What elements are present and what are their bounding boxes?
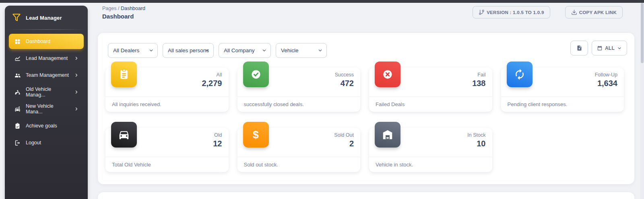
funnel-icon xyxy=(11,12,22,23)
copy-apk-link-label: COPY APK LINK xyxy=(579,10,617,15)
chevron-down-icon xyxy=(318,48,323,53)
date-range-button[interactable]: ALL xyxy=(592,41,627,55)
sidebar-item-label: Achieve goals xyxy=(26,123,57,129)
stat-footer: Pending client responses. xyxy=(501,96,624,112)
stat-footer: All inquiries received. xyxy=(105,96,229,112)
sidebar-item-label: New Vehicle Mana... xyxy=(26,103,69,115)
sidebar-item-new-vehicle-management[interactable]: New Vehicle Mana... xyxy=(9,101,84,117)
breadcrumb-root[interactable]: Pages xyxy=(102,6,116,11)
next-section-panel xyxy=(98,192,634,199)
page-scrollbar[interactable] xyxy=(640,3,644,199)
sidebar-item-old-vehicle-management[interactable]: Old Vehicle Manag... xyxy=(9,84,84,100)
filters-row: All Dealers All sales persons All Compan… xyxy=(108,43,327,58)
chevron-right-icon xyxy=(74,73,79,78)
company-select[interactable]: All Company xyxy=(219,43,271,58)
sidebar-item-logout[interactable]: Logout xyxy=(9,135,84,150)
sidebar-item-achieve-goals[interactable]: Achieve goals xyxy=(9,118,84,133)
stat-card-success: Success 472 successfully closed deals. xyxy=(237,68,361,112)
stat-value: 1,634 xyxy=(595,79,617,88)
chevron-right-icon xyxy=(74,56,79,61)
stat-footer: Vehicle in stock. xyxy=(369,157,492,172)
chevron-right-icon xyxy=(74,107,79,111)
dollar-icon: $ xyxy=(243,122,269,148)
stat-footer: Failed Deals xyxy=(369,96,492,112)
garage-icon xyxy=(375,122,400,148)
stat-label: Success xyxy=(335,72,354,78)
file-icon xyxy=(576,45,582,51)
brand: Lead Manager xyxy=(5,6,88,29)
chevron-down-icon xyxy=(204,48,210,53)
stat-label: Sold Out xyxy=(334,132,354,138)
version-button[interactable]: VERSION : 1.0.5 TO 1.0.9 xyxy=(473,6,550,18)
breadcrumb-current: Dashboard xyxy=(121,6,145,11)
copy-apk-link-button[interactable]: COPY APK LINK xyxy=(565,6,623,18)
sidebar-item-label: Lead Management xyxy=(26,55,68,61)
chevron-down-icon xyxy=(149,48,154,53)
line-chart-icon xyxy=(14,55,21,62)
stat-value: 138 xyxy=(472,79,485,88)
sidebar: Lead Manager Dashboard Lead Management xyxy=(5,6,88,199)
report-file-button[interactable] xyxy=(570,41,588,55)
stat-label: Old xyxy=(213,132,222,138)
sync-icon xyxy=(507,62,533,87)
x-circle-icon xyxy=(375,62,400,87)
clipboard-icon xyxy=(111,62,137,87)
sidebar-item-label: Logout xyxy=(26,140,41,146)
stat-label: All xyxy=(202,72,222,78)
breadcrumb-separator: / xyxy=(118,6,119,11)
sales-persons-select[interactable]: All sales persons xyxy=(163,43,214,58)
date-range-label: ALL xyxy=(605,45,615,51)
stat-card-sold-out: $ Sold Out 2 Sold out stock. xyxy=(237,128,361,172)
stat-value: 2,279 xyxy=(202,79,222,88)
stat-footer: Total Old Vehicle xyxy=(105,157,229,172)
clipboard-check-icon xyxy=(14,122,21,129)
git-branch-icon xyxy=(479,9,485,15)
panel-tools: ALL xyxy=(570,41,627,55)
scrollbar-thumb[interactable] xyxy=(641,3,644,63)
sidebar-divider xyxy=(5,29,88,30)
stat-card-old: Old 12 Total Old Vehicle xyxy=(105,128,229,172)
breadcrumb: Pages / Dashboard xyxy=(102,6,145,11)
version-button-label: VERSION : 1.0.5 TO 1.0.9 xyxy=(487,10,544,15)
car-icon xyxy=(14,105,21,113)
stat-card-all: All 2,279 All inquiries received. xyxy=(105,68,229,112)
dealers-select-value: All Dealers xyxy=(113,47,139,53)
dashboard-grid-icon xyxy=(14,38,21,45)
scooter-icon xyxy=(14,88,21,96)
vehicle-select[interactable]: Vehicle xyxy=(276,43,327,58)
vehicle-select-value: Vehicle xyxy=(281,47,299,53)
sidebar-item-lead-management[interactable]: Lead Management xyxy=(9,51,84,66)
stat-value: 472 xyxy=(335,79,354,88)
stat-card-follow-up: Follow-Up 1,634 Pending client responses… xyxy=(501,68,624,112)
stat-value: 10 xyxy=(467,139,485,148)
dealers-select[interactable]: All Dealers xyxy=(108,43,158,58)
stat-label: Follow-Up xyxy=(595,72,617,78)
sales-persons-select-value: All sales persons xyxy=(168,47,209,53)
logout-icon xyxy=(14,139,21,146)
sidebar-item-label: Dashboard xyxy=(26,39,50,44)
company-select-value: All Company xyxy=(224,47,255,53)
sidebar-item-team-management[interactable]: Team Management xyxy=(9,68,84,83)
check-circle-icon xyxy=(243,62,269,87)
sidebar-item-dashboard[interactable]: Dashboard xyxy=(9,34,84,49)
chevron-right-icon xyxy=(74,90,79,94)
stat-value: 12 xyxy=(213,139,222,148)
stat-footer: Sold out stock. xyxy=(237,157,361,172)
main-content: Pages / Dashboard Dashboard VERSION : 1.… xyxy=(98,0,634,199)
sidebar-item-label: Old Vehicle Manag... xyxy=(26,86,69,98)
stat-footer: successfully closed deals. xyxy=(237,96,361,112)
stat-card-in-stock: In Stock 10 Vehicle in stock. xyxy=(369,128,492,172)
sidebar-item-label: Team Management xyxy=(26,72,69,78)
stat-label: In Stock xyxy=(467,132,485,138)
team-icon xyxy=(14,72,21,79)
stat-value: 2 xyxy=(334,139,354,148)
car-icon xyxy=(111,122,137,148)
stats-panel: All Dealers All sales persons All Compan… xyxy=(98,33,634,184)
calendar-icon xyxy=(597,45,603,51)
chevron-down-icon xyxy=(617,46,622,51)
stat-card-fail: Fail 138 Failed Deals xyxy=(369,68,492,112)
brand-name: Lead Manager xyxy=(26,15,62,21)
stats-cards-grid: All 2,279 All inquiries received. Succes… xyxy=(105,68,624,172)
download-icon xyxy=(571,9,577,15)
header-buttons: VERSION : 1.0.5 TO 1.0.9 COPY APK LINK xyxy=(473,6,623,18)
